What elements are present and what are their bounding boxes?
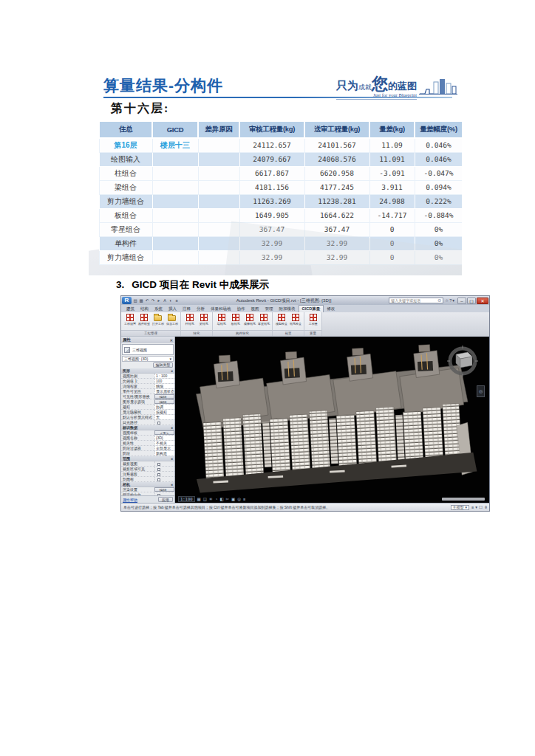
property-value[interactable]: 显示原状态 [154,389,174,394]
tool-slab-convert[interactable]: 板转化 [229,314,242,326]
tab-systems[interactable]: 系统 [151,306,166,312]
edit-type-button[interactable]: 编辑类型 [153,362,173,368]
property-value[interactable]: 不相关 [154,441,174,445]
panel-name: 算量 [304,330,321,336]
section-identity[interactable]: 标识数据« [121,425,174,430]
checkbox[interactable] [154,472,174,476]
render-icon[interactable]: ◐ [168,298,173,303]
tool-open-project[interactable]: 打开工程 [151,314,164,326]
checkbox[interactable] [154,477,174,481]
close-button[interactable]: ✕ [477,298,488,304]
folder-save-icon [168,315,176,321]
section-extents[interactable]: 范围« [121,456,174,461]
tab-architecture[interactable]: 建筑 [123,306,137,312]
edit-button[interactable]: 编辑... [154,399,174,404]
property-value[interactable]: 新构造 [154,451,174,456]
section-camera[interactable]: 相机« [121,482,174,487]
property-value[interactable]: 按规程 [154,410,174,414]
gicd-tool-icon [292,314,299,321]
ribbon-tabs: 建筑 结构 系统 插入 注释 分析 体量和场地 协作 视图 管理 附加模块 GI… [121,305,489,312]
property-value[interactable]: 1 : 100 [154,374,174,378]
worksets-dropdown[interactable]: 主模型▾ [451,505,470,510]
tool-stair-convert[interactable]: 楼梯转化 [243,314,256,326]
filter-icon[interactable]: ≡ [471,505,474,509]
property-value[interactable]: 精细 [154,384,174,388]
text-icon[interactable]: A [163,298,167,303]
tab-analyze[interactable]: 分析 [194,306,208,312]
save-icon[interactable]: ▦ [139,298,143,303]
viewport-3d[interactable]: ◎ 1:100 ▦ ◫ ☀ ◔ ◧ ✂ ▣ ◎ ≡ [175,337,489,503]
tab-modify[interactable]: 修改 [324,306,338,312]
tab-annotate[interactable]: 注释 [180,306,194,312]
section-heading: 3.GICD 项目在 Revit 中成果展示 [116,278,269,292]
crop-view-icon[interactable]: ◧ [219,497,223,501]
tab-massing-site[interactable]: 体量和场地 [208,306,234,312]
undo-icon[interactable]: ↶ [145,298,149,303]
detail-level-icon[interactable]: ▦ [197,497,201,501]
apply-button[interactable]: 应用 [158,497,173,502]
isolate-icon[interactable]: ▣ [231,497,235,501]
tab-manage[interactable]: 管理 [262,306,276,312]
tool-misc-convert[interactable]: 零星转化 [257,314,270,326]
dropdown-icon[interactable]: ▾ [452,298,454,303]
tool-save-project[interactable]: 保存工程 [166,314,178,326]
edit-button[interactable]: 编辑... [154,394,174,399]
view-selector[interactable]: 三维视图: {3D} ▾ [122,356,174,362]
tab-structure[interactable]: 结构 [137,306,151,312]
sun-path-icon[interactable]: ☀ [209,497,213,501]
scrollbar-thumb[interactable] [442,498,485,501]
property-value[interactable]: 无 [154,415,174,419]
lock-view-icon[interactable]: ≡ [243,497,245,501]
tool-model-check[interactable]: 模型检查 [275,314,287,326]
tool-convert-check[interactable]: 转化检查 [289,314,301,326]
viewcube[interactable] [443,343,483,382]
tool-project-settings[interactable]: 工程设置 [123,314,136,326]
close-icon[interactable]: ✕ [170,338,173,343]
help-icon[interactable]: ? [449,298,451,303]
tool-component-mapping[interactable]: 构件映射 [137,314,150,326]
search-icon[interactable]: ⊙ [437,298,441,303]
select-dropdown-icon[interactable]: ▾ [475,505,477,509]
shadows-icon[interactable]: ◔ [215,497,217,501]
section-graphics[interactable]: 图形« [121,368,174,374]
floor-label: 第十六层: [111,101,169,117]
tab-collaborate[interactable]: 协作 [234,306,248,312]
edit-button[interactable]: 编辑... [154,487,174,492]
editable-only-checkbox[interactable]: ☐ [479,505,483,509]
property-value[interactable]: 全部显示 [154,446,174,450]
maximize-button[interactable]: ▢ [467,298,476,304]
tool-column-convert[interactable]: 柱转化 [183,314,196,326]
tab-insert[interactable]: 插入 [166,306,180,312]
crop-region-icon[interactable]: ✂ [225,497,229,501]
property-value[interactable]: {3D} [154,436,174,440]
tab-addins[interactable]: 附加模块 [276,306,299,312]
checkbox[interactable] [154,461,174,466]
properties-help-link[interactable]: 属性帮助 [123,498,137,502]
visual-style-icon[interactable]: ◫ [203,497,207,501]
menu-icon[interactable]: ≡ [174,298,179,303]
building-3d-model [183,343,478,494]
reveal-hidden-icon[interactable]: ◎ [237,497,241,501]
edit-button[interactable]: <无> [154,430,174,435]
revit-logo-icon[interactable]: R [122,297,132,304]
navigation-bar-icon[interactable]: ◎ [477,385,485,397]
checkbox[interactable] [154,420,174,425]
tab-view[interactable]: 视图 [248,306,262,312]
scale-control[interactable]: 1:100 [178,496,195,502]
tool-beam-convert[interactable]: 梁转化 [197,314,210,326]
property-value[interactable]: 协调 [154,405,174,409]
open-icon[interactable]: ▤ [133,298,137,303]
search-input[interactable] [391,298,437,303]
favorites-icon[interactable]: ☆ [445,298,449,303]
property-value[interactable]: 100 [154,379,174,383]
type-name: 三维视图 [132,348,147,352]
minimize-button[interactable]: – [457,298,466,304]
search-box[interactable]: ⊙ [389,298,443,303]
type-selector[interactable]: 三维视图 [122,344,174,355]
tool-wall-convert[interactable]: 墙转化 [215,314,228,326]
checkbox[interactable] [154,467,174,471]
redo-icon[interactable]: ↷ [151,298,155,303]
tab-gicd[interactable]: GICD算量 [299,305,324,312]
print-icon[interactable]: ▸ [157,298,161,303]
tool-quantity[interactable]: 工程量 [307,314,319,326]
